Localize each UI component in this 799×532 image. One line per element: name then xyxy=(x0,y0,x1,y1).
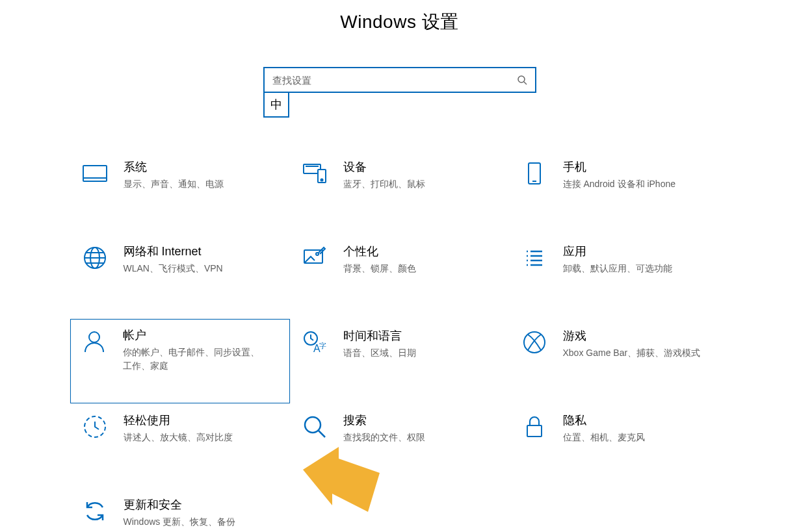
search-box[interactable] xyxy=(263,67,536,93)
tile-time-language[interactable]: A字 时间和语言 语音、区域、日期 xyxy=(290,319,510,403)
display-icon xyxy=(82,160,108,186)
tile-search[interactable]: 搜索 查找我的文件、权限 xyxy=(290,403,510,488)
apps-icon xyxy=(521,245,547,271)
lock-icon xyxy=(521,414,547,440)
tile-title: 时间和语言 xyxy=(343,328,498,344)
svg-point-25 xyxy=(89,332,99,342)
svg-line-1 xyxy=(524,82,527,84)
tile-title: 系统 xyxy=(124,159,278,175)
search-input[interactable] xyxy=(272,75,517,86)
tile-desc: 蓝牙、打印机、鼠标 xyxy=(343,177,486,191)
tile-update-security[interactable]: 更新和安全 Windows 更新、恢复、备份 xyxy=(70,488,290,532)
svg-point-0 xyxy=(518,76,525,82)
tile-desc: 显示、声音、通知、电源 xyxy=(124,177,267,191)
tile-title: 游戏 xyxy=(563,328,718,344)
tile-gaming[interactable]: 游戏 Xbox Game Bar、捕获、游戏模式 xyxy=(510,319,729,403)
tile-phone[interactable]: 手机 连接 Android 设备和 iPhone xyxy=(510,150,729,234)
tile-desc: WLAN、飞行模式、VPN xyxy=(124,262,267,275)
tile-desc: 位置、相机、麦克风 xyxy=(563,431,706,444)
time-language-icon: A字 xyxy=(302,329,328,355)
svg-line-32 xyxy=(319,431,325,437)
tile-title: 帐户 xyxy=(123,327,279,343)
tile-title: 搜索 xyxy=(343,412,498,428)
tile-desc: 你的帐户、电子邮件、同步设置、工作、家庭 xyxy=(123,346,266,373)
svg-rect-2 xyxy=(83,166,107,181)
sync-icon xyxy=(82,498,108,524)
svg-point-29 xyxy=(524,332,545,353)
tile-title: 轻松使用 xyxy=(124,412,278,428)
svg-point-31 xyxy=(305,417,321,433)
tile-network[interactable]: 网络和 Internet WLAN、飞行模式、VPN xyxy=(70,234,290,319)
tile-desc: 背景、锁屏、颜色 xyxy=(343,262,486,275)
tile-desc: 卸载、默认应用、可选功能 xyxy=(563,262,706,275)
svg-rect-33 xyxy=(527,425,542,437)
tile-title: 手机 xyxy=(563,159,718,175)
tile-desc: Windows 更新、恢复、备份 xyxy=(124,515,267,529)
search-icon xyxy=(517,75,527,85)
tile-desc: 查找我的文件、权限 xyxy=(343,431,486,444)
tile-desc: 语音、区域、日期 xyxy=(343,346,486,360)
tile-accounts[interactable]: 帐户 你的帐户、电子邮件、同步设置、工作、家庭 xyxy=(70,319,290,403)
tile-title: 更新和安全 xyxy=(124,497,278,513)
devices-icon xyxy=(302,160,328,186)
person-icon xyxy=(81,329,107,355)
tile-system[interactable]: 系统 显示、声音、通知、电源 xyxy=(70,150,290,234)
magnifier-icon xyxy=(302,414,328,440)
tile-apps[interactable]: 应用 卸载、默认应用、可选功能 xyxy=(510,234,729,319)
tile-title: 隐私 xyxy=(563,412,718,428)
tile-desc: 连接 Android 设备和 iPhone xyxy=(563,177,706,191)
tile-title: 个性化 xyxy=(343,244,498,259)
globe-icon xyxy=(82,245,108,271)
ease-icon xyxy=(82,414,108,440)
tile-title: 应用 xyxy=(563,244,718,259)
tile-devices[interactable]: 设备 蓝牙、打印机、鼠标 xyxy=(290,150,510,234)
settings-grid: 系统 显示、声音、通知、电源 设备 蓝牙、打印机、鼠标 手机 xyxy=(70,150,729,532)
svg-point-6 xyxy=(321,179,322,181)
svg-text:字: 字 xyxy=(319,342,326,349)
tile-privacy[interactable]: 隐私 位置、相机、麦克风 xyxy=(510,403,729,488)
svg-point-16 xyxy=(316,253,319,255)
tile-title: 网络和 Internet xyxy=(124,244,278,259)
tile-desc: 讲述人、放大镜、高对比度 xyxy=(124,431,267,444)
phone-icon xyxy=(521,160,547,186)
tile-desc: Xbox Game Bar、捕获、游戏模式 xyxy=(563,346,706,360)
tile-ease-of-access[interactable]: 轻松使用 讲述人、放大镜、高对比度 xyxy=(70,403,290,488)
tile-title: 设备 xyxy=(343,159,498,175)
brush-icon xyxy=(302,245,328,271)
xbox-icon xyxy=(521,329,547,355)
tile-personalization[interactable]: 个性化 背景、锁屏、颜色 xyxy=(290,234,510,319)
page-title: Windows 设置 xyxy=(340,10,458,34)
